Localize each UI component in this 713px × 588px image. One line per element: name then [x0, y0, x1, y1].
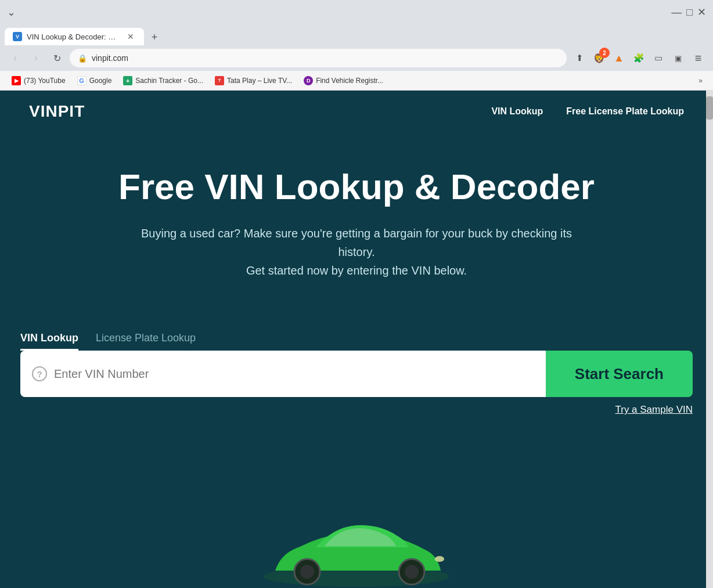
- hero-subtitle: Buying a used car? Make sure you're gett…: [124, 224, 589, 280]
- hero-title: Free VIN Lookup & Decoder: [29, 167, 684, 207]
- back-icon: ‹: [13, 53, 16, 63]
- bookmark-sachin-label: Sachin Tracker - Go...: [135, 77, 203, 85]
- car-svg: [240, 501, 473, 588]
- address-bar: ‹ › ↻ 🔒 vinpit.com ⬆ 🦁 2 ▲ 🧩 ▭ ▣ ≡: [0, 45, 713, 71]
- vin-help-icon[interactable]: ?: [32, 366, 47, 381]
- try-sample-vin-link[interactable]: Try a Sample VIN: [0, 397, 713, 416]
- wallet-icon[interactable]: ▣: [670, 50, 686, 66]
- lock-icon: 🔒: [78, 54, 87, 63]
- share-icon[interactable]: ⬆: [571, 50, 588, 66]
- window-controls: — □ ✕: [671, 7, 706, 17]
- website-content: VINPIT VIN Lookup Free License Plate Loo…: [0, 91, 713, 588]
- more-bookmarks-button[interactable]: »: [695, 75, 706, 86]
- refresh-button[interactable]: ↻: [49, 50, 65, 66]
- bookmark-youtube[interactable]: ▶ (73) YouTube: [7, 74, 70, 87]
- tata-favicon: T: [215, 76, 224, 85]
- sidebar-icon[interactable]: ▭: [650, 50, 667, 66]
- maximize-icon[interactable]: □: [686, 7, 693, 17]
- google-favicon: G: [77, 76, 87, 85]
- bookmark-tata[interactable]: T Tata Play – Live TV...: [210, 74, 297, 87]
- tab-vin-lookup[interactable]: VIN Lookup: [20, 332, 78, 351]
- brave-icon-wrap[interactable]: 🦁 2: [591, 50, 607, 66]
- youtube-favicon: ▶: [12, 76, 21, 85]
- svg-point-4: [405, 565, 419, 579]
- logo-pit: PIT: [58, 102, 85, 120]
- new-tab-button[interactable]: +: [146, 29, 163, 45]
- menu-icon[interactable]: ≡: [690, 50, 706, 66]
- site-nav: VINPIT VIN Lookup Free License Plate Loo…: [0, 91, 713, 132]
- extensions-icon[interactable]: 🧩: [631, 50, 647, 66]
- vehicle-favicon: D: [304, 76, 313, 85]
- tab-title: VIN Lookup & Decoder: Get Free: [27, 33, 121, 41]
- title-bar: ⌄ — □ ✕: [0, 0, 713, 24]
- nav-vin-lookup[interactable]: VIN Lookup: [491, 106, 543, 117]
- brave-badge: 2: [599, 48, 610, 58]
- bookmark-tata-label: Tata Play – Live TV...: [227, 77, 292, 85]
- forward-icon: ›: [34, 53, 37, 63]
- back-button[interactable]: ‹: [7, 50, 23, 66]
- site-nav-links: VIN Lookup Free License Plate Lookup: [491, 106, 684, 117]
- sachin-favicon: +: [123, 76, 132, 85]
- search-container: ? Start Search: [20, 351, 693, 397]
- bookmarks-bar: ▶ (73) YouTube G Google + Sachin Tracker…: [0, 71, 713, 91]
- minimize-icon[interactable]: —: [671, 7, 682, 17]
- bookmark-vehicle[interactable]: D Find Vehicle Registr...: [299, 74, 388, 87]
- bookmark-youtube-label: (73) YouTube: [24, 77, 66, 85]
- window-chevron-icon[interactable]: ⌄: [7, 7, 16, 17]
- forward-button[interactable]: ›: [28, 50, 44, 66]
- svg-point-5: [435, 556, 444, 562]
- svg-point-2: [300, 565, 314, 579]
- scrollbar-thumb[interactable]: [706, 96, 713, 120]
- title-bar-left: ⌄: [7, 7, 16, 17]
- question-icon: ?: [37, 369, 42, 379]
- vin-input[interactable]: [54, 367, 534, 381]
- bookmark-vehicle-label: Find Vehicle Registr...: [316, 77, 383, 85]
- tab-close-button[interactable]: ✕: [125, 31, 136, 42]
- nav-plate-lookup[interactable]: Free License Plate Lookup: [566, 106, 684, 117]
- close-icon[interactable]: ✕: [697, 7, 706, 17]
- car-image: [240, 501, 473, 588]
- bookmark-google[interactable]: G Google: [73, 74, 117, 87]
- hero-section: Free VIN Lookup & Decoder Buying a used …: [0, 132, 713, 332]
- active-tab[interactable]: V VIN Lookup & Decoder: Get Free ✕: [5, 28, 144, 45]
- lookup-tabs: VIN Lookup License Plate Lookup: [0, 332, 713, 351]
- refresh-icon: ↻: [53, 53, 61, 64]
- url-display: vinpit.com: [92, 53, 559, 63]
- address-input-wrap[interactable]: 🔒 vinpit.com: [70, 49, 567, 67]
- bookmark-sachin[interactable]: + Sachin Tracker - Go...: [118, 74, 208, 87]
- brave-rewards-icon[interactable]: ▲: [611, 50, 627, 66]
- tab-favicon: V: [13, 32, 22, 41]
- start-search-button[interactable]: Start Search: [546, 351, 693, 397]
- site-logo[interactable]: VINPIT: [29, 102, 85, 121]
- tabs-bar: V VIN Lookup & Decoder: Get Free ✕ +: [0, 24, 713, 45]
- logo-vin: VIN: [29, 102, 58, 120]
- scrollbar[interactable]: [706, 91, 713, 588]
- vin-input-wrap[interactable]: ?: [20, 351, 546, 397]
- bookmark-google-label: Google: [89, 77, 112, 85]
- toolbar-icons: ⬆ 🦁 2 ▲ 🧩 ▭ ▣ ≡: [571, 50, 706, 66]
- browser-chrome: ⌄ — □ ✕ V VIN Lookup & Decoder: Get Free…: [0, 0, 713, 91]
- tab-plate-lookup[interactable]: License Plate Lookup: [96, 332, 196, 351]
